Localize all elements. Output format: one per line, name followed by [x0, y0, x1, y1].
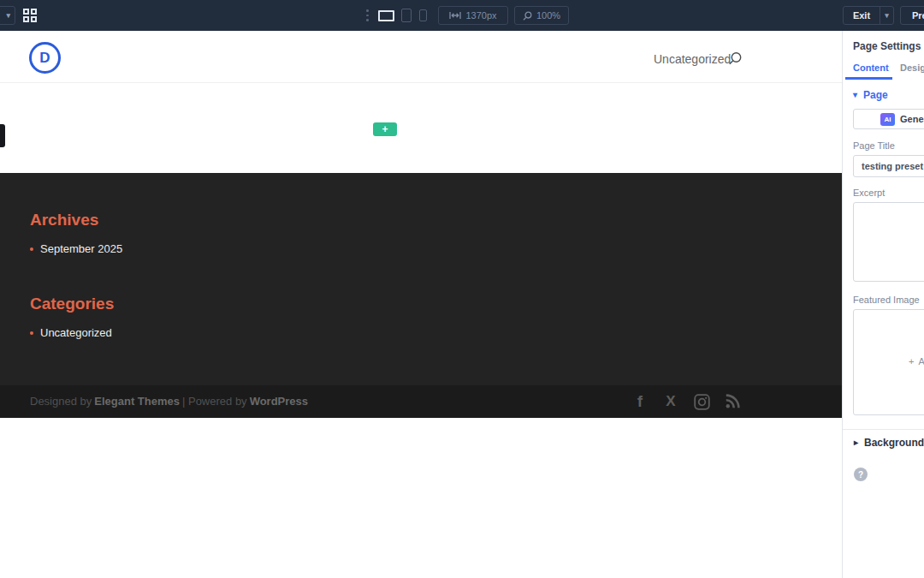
exit-dropdown-button[interactable]: ▾	[880, 6, 894, 25]
widget-title: Archives	[30, 211, 122, 229]
grid-square	[31, 9, 37, 15]
divi-logo[interactable]: D	[29, 42, 61, 74]
canvas-zoom-field[interactable]: 100%	[514, 6, 569, 25]
widget-title: Categories	[30, 295, 114, 313]
accordion-label: Background	[864, 437, 924, 449]
phone-view-icon[interactable]	[419, 9, 427, 21]
grid-square	[23, 9, 29, 15]
chevron-down-icon: ▾	[853, 91, 857, 99]
preview-button[interactable]: Preview	[900, 6, 924, 25]
plus-icon: +	[382, 124, 388, 134]
instagram-icon[interactable]	[693, 390, 710, 413]
builder-topbar: ▾ 1370px 100% Exit ▾	[0, 0, 924, 31]
chevron-down-icon: ▾	[885, 12, 889, 20]
grid-layout-icon[interactable]	[23, 9, 37, 22]
wordpress-link[interactable]: WordPress	[250, 395, 308, 408]
panel-title: Page Settings	[853, 40, 921, 52]
archives-widget: Archives September 2025	[30, 211, 122, 255]
add-image-label: Add Image	[918, 356, 924, 366]
options-dots-icon[interactable]	[366, 9, 369, 21]
list-item-label: Uncategorized	[40, 326, 112, 339]
featured-image-upload[interactable]: + Add Image	[853, 309, 924, 415]
excerpt-textarea[interactable]	[853, 202, 924, 282]
add-image-action[interactable]: + Add Image	[909, 356, 924, 366]
list-item-label: September 2025	[40, 242, 122, 255]
page-accordion-toggle[interactable]: ▾ Page	[853, 89, 888, 101]
social-links: f X	[631, 390, 741, 414]
panel-divider	[843, 429, 924, 430]
plus-icon: +	[909, 356, 914, 366]
nav-item-uncategorized[interactable]: Uncategorized	[654, 52, 731, 66]
credits-text: | Powered by	[182, 395, 247, 408]
grid-square	[31, 16, 37, 22]
exit-button-label: Exit	[853, 10, 870, 21]
help-button[interactable]: ?	[854, 468, 868, 481]
builder-menu-button[interactable]: ▾	[0, 6, 15, 25]
rss-icon[interactable]	[724, 390, 741, 413]
ai-generate-label: Generate	[900, 114, 924, 124]
list-item[interactable]: Uncategorized	[30, 326, 114, 339]
credits-text: Designed by	[30, 395, 92, 408]
chevron-right-icon: ▸	[854, 438, 858, 447]
ai-generate-button[interactable]: AI Generate	[853, 109, 924, 129]
footer-bottom-bar: Designed byElegant Themes| Powered byWor…	[0, 385, 842, 418]
chevron-down-icon: ▾	[6, 12, 10, 20]
footer-credits: Designed byElegant Themes| Powered byWor…	[30, 395, 311, 408]
background-accordion-toggle[interactable]: ▸ Background	[854, 437, 924, 449]
exit-button[interactable]: Exit	[843, 6, 880, 25]
facebook-icon[interactable]: f	[631, 390, 649, 413]
magnifier-icon	[523, 11, 532, 21]
add-row-button[interactable]: +	[373, 122, 397, 136]
bullet-icon	[30, 331, 33, 335]
site-footer: Archives September 2025 Categories Uncat…	[0, 173, 842, 385]
categories-widget: Categories Uncategorized	[30, 295, 114, 339]
canvas-zoom-value: 100%	[536, 10, 560, 21]
elegant-themes-link[interactable]: Elegant Themes	[94, 395, 180, 408]
x-twitter-icon[interactable]: X	[662, 390, 679, 413]
excerpt-label: Excerpt	[853, 188, 885, 198]
accordion-label: Page	[863, 89, 888, 101]
canvas-width-value: 1370px	[465, 10, 496, 21]
logo-letter: D	[39, 50, 50, 67]
ai-badge-icon: AI	[880, 113, 895, 126]
tab-content[interactable]: Content	[853, 63, 889, 73]
canvas-width-field[interactable]: 1370px	[438, 6, 508, 25]
page-title-input[interactable]	[853, 155, 924, 177]
active-tab-underline	[845, 77, 892, 80]
preview-button-label: Preview	[912, 10, 924, 21]
section-handle[interactable]	[0, 124, 5, 147]
bullet-icon	[30, 247, 33, 251]
grid-square	[23, 16, 29, 22]
site-header: D Uncategorized	[0, 31, 842, 83]
tab-design[interactable]: Design	[900, 63, 924, 73]
builder-screen: ▾ 1370px 100% Exit ▾	[0, 0, 924, 578]
search-icon[interactable]	[728, 51, 743, 69]
width-arrows-icon	[449, 11, 461, 20]
page-settings-panel: Page Settings Content Design ▾ Page AI G…	[842, 31, 924, 578]
featured-image-label: Featured Image	[853, 295, 920, 305]
list-item[interactable]: September 2025	[30, 242, 122, 255]
page-title-label: Page Title	[853, 140, 895, 151]
tablet-view-icon[interactable]	[401, 9, 412, 22]
desktop-view-icon[interactable]	[378, 10, 394, 21]
page-canvas: D Uncategorized + Archives September 202	[0, 31, 842, 578]
